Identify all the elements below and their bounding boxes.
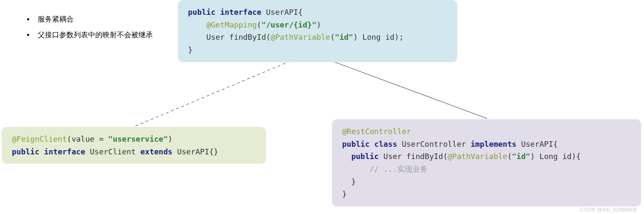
- string-userservice: "userservice": [108, 134, 168, 143]
- kw-class: class: [374, 140, 397, 148]
- annotation-getmapping: @GetMapping: [206, 20, 257, 29]
- annotation-restcontroller: @RestController: [342, 127, 411, 136]
- code-box-usercontroller: @RestController public class UserControl…: [332, 119, 641, 206]
- method-sig-b: ) Long id);: [353, 33, 404, 41]
- annotation-feignclient: @FeignClient: [12, 134, 67, 143]
- comment: // ...实现业务: [370, 165, 428, 173]
- kw-implements: implements: [470, 140, 516, 148]
- method-sig-a: User findById(: [206, 33, 271, 41]
- bullet-item-2: 父接口参数列表中的映射不会被继承: [34, 27, 153, 43]
- bullet-list: 服务紧耦合 父接口参数列表中的映射不会被继承: [10, 11, 153, 43]
- brace-close: }: [188, 45, 193, 54]
- class-name: UserAPI{: [261, 8, 303, 16]
- annotation-pathvariable: @PathVariable: [271, 33, 330, 41]
- svg-line-0: [135, 55, 305, 126]
- bullet-item-1: 服务紧耦合: [34, 11, 153, 27]
- kw-public: public: [188, 8, 216, 16]
- watermark: CSDN @m0_62498006: [580, 207, 637, 213]
- string-id: "id": [335, 33, 353, 41]
- kw-interface: interface: [220, 8, 262, 16]
- string-path: "/user/{id}": [261, 20, 316, 29]
- code-box-userclient: @FeignClient(value = "userservice") publ…: [2, 127, 266, 164]
- kw-extends: extends: [140, 147, 172, 156]
- code-box-userapi: public interface UserAPI{ @GetMapping("/…: [178, 0, 457, 62]
- svg-line-1: [315, 55, 487, 118]
